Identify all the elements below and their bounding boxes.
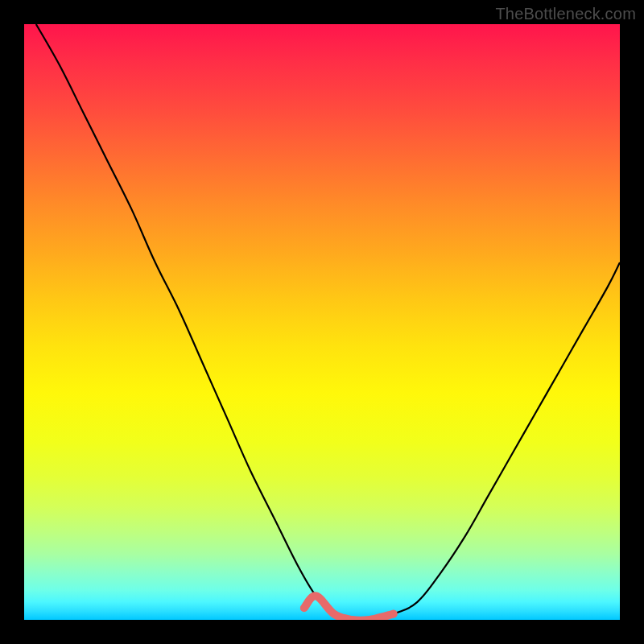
highlight-segment (304, 596, 394, 620)
bottleneck-curve (24, 24, 620, 620)
chart-frame: TheBottleneck.com (0, 0, 644, 644)
plot-area (24, 24, 620, 620)
curve-path (36, 24, 620, 620)
watermark-text: TheBottleneck.com (495, 5, 636, 23)
